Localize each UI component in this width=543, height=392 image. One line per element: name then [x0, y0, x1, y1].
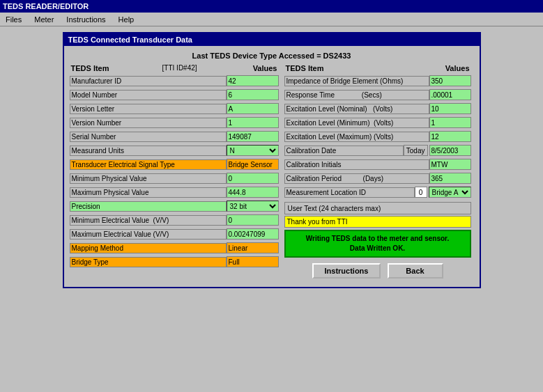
menu-meter[interactable]: Meter [31, 15, 56, 24]
row-version-number: Version Number 1 [70, 116, 279, 129]
app-title: TEDS READER/EDITOR [3, 2, 89, 10]
row-bridge-type: Bridge Type Full [70, 256, 279, 268]
row-calibration-date: Calibration Date Today 8/5/2003 [284, 144, 471, 157]
row-max-electrical: Maximum Electrical Value (V/V) 0.0024709… [70, 228, 279, 240]
left-header-item: TEDS Item [71, 64, 109, 72]
row-mapping-method: Mapping Method Linear [70, 242, 279, 254]
measurement-location-select[interactable]: Bridge A [429, 187, 471, 198]
row-model-number: Model Number 6 [70, 88, 279, 101]
row-serial-number: Serial Number 149087 [70, 130, 279, 143]
window-title: TEDS Connected Transducer Data [68, 36, 193, 44]
user-text-value[interactable]: Thank you from TTI [284, 216, 471, 228]
row-response-time: Response Time (Secs) .00001 [284, 88, 471, 101]
row-excitation-maximum: Excitation Level (Maximum) (Volts) 12 [284, 130, 471, 143]
status-message: Writing TEDS data to the meter and senso… [284, 230, 471, 258]
left-header-values: Values [253, 64, 277, 72]
left-tti-id: [TTI ID#42] [162, 64, 197, 72]
row-measurement-location: Measurement Location ID 0 Bridge A [284, 186, 471, 198]
measurand-units-select[interactable]: N [227, 145, 279, 156]
user-text-label: User Text (24 characters max) [284, 202, 471, 214]
menu-instructions[interactable]: Instructions [63, 15, 108, 24]
back-button[interactable]: Back [388, 263, 443, 279]
row-transducer-signal-type: Transducer Electrical Signal Type Bridge… [70, 158, 279, 171]
row-version-letter: Version Letter A [70, 102, 279, 115]
row-calibration-period: Calibration Period (Days) 365 [284, 172, 471, 185]
measurement-location-num: 0 [415, 187, 427, 198]
title-bar: TEDS READER/EDITOR [0, 0, 543, 13]
row-impedance: Impedance of Bridge Element (Ohms) 350 [284, 75, 471, 87]
right-header-item: TEDS Item [286, 64, 324, 72]
left-column: TEDS Item [TTI ID#42] Values Manufacture… [70, 64, 279, 281]
button-row: Instructions Back [284, 260, 471, 281]
main-window: TEDS Connected Transducer Data Last TEDS… [63, 32, 481, 288]
row-min-electrical: Minimum Electrical Value (V/V) 0 [70, 214, 279, 226]
menu-bar: Files Meter Instructions Help [0, 13, 543, 26]
right-header-values: Values [445, 64, 470, 72]
row-calibration-initials: Calibration Initials MTW [284, 158, 471, 171]
row-measurand-units: Measurand Units N [70, 144, 279, 157]
menu-files[interactable]: Files [3, 15, 24, 24]
row-excitation-minimum: Excitation Level (Minimum) (Volts) 1 [284, 116, 471, 129]
right-column: TEDS Item Values Impedance of Bridge Ele… [284, 64, 471, 281]
instructions-button[interactable]: Instructions [312, 263, 381, 279]
row-max-physical: Maximum Physical Value 444.8 [70, 186, 279, 198]
today-badge: Today [404, 145, 428, 156]
window-title-bar: TEDS Connected Transducer Data [64, 33, 480, 46]
row-precision: Precision 32 bit [70, 200, 279, 212]
device-info: Last TEDS Device Type Accessed = DS2433 [70, 52, 474, 60]
precision-select[interactable]: 32 bit [227, 201, 279, 212]
menu-help[interactable]: Help [116, 15, 137, 24]
row-excitation-nominal: Excitation Level (Nominal) (Volts) 10 [284, 102, 471, 115]
row-min-physical: Minimum Physical Value 0 [70, 172, 279, 185]
row-manufacturer-id: Manufacturer ID 42 [70, 75, 279, 87]
